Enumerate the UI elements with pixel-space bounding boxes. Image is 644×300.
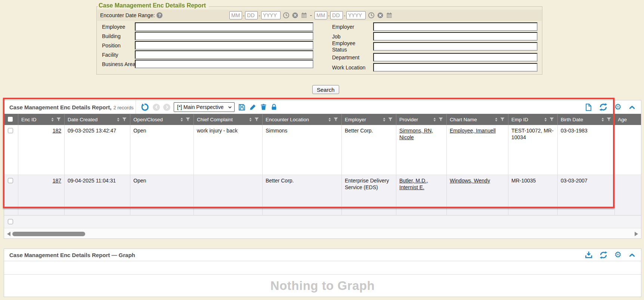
column-header-date-created[interactable]: Date Created	[65, 114, 130, 125]
filter-icon[interactable]	[388, 117, 393, 122]
column-header-encounter-location[interactable]: Encounter Location	[263, 114, 342, 125]
column-header-age[interactable]: Age	[615, 114, 641, 125]
date-range-row: Encounter Date Range: ? - -	[97, 10, 542, 21]
footer-checkbox[interactable]	[8, 219, 13, 224]
provider-link[interactable]: Butler, M.D., Internist E.	[399, 178, 428, 190]
page: Case Management Enc Details Report Encou…	[0, 0, 644, 300]
perspective-select[interactable]: [*] Main Perspective	[174, 102, 235, 112]
collapse-icon[interactable]	[628, 104, 636, 110]
column-header-provider[interactable]: Provider	[396, 114, 447, 125]
row-checkbox[interactable]	[8, 178, 13, 183]
sort-icon[interactable]	[432, 117, 437, 122]
refresh-icon[interactable]	[599, 103, 608, 112]
sort-icon[interactable]	[179, 117, 184, 122]
filter-icon[interactable]	[500, 117, 505, 122]
collapse-icon[interactable]	[628, 251, 636, 258]
scrollbar-thumb[interactable]	[12, 232, 85, 236]
scroll-left-icon[interactable]	[7, 232, 10, 236]
column-header-enc-id[interactable]: Enc ID	[18, 114, 65, 125]
row-checkbox[interactable]	[8, 128, 13, 133]
prev-page-icon[interactable]	[153, 104, 160, 111]
column-header-birth-date[interactable]: Birth Date	[558, 114, 615, 125]
work-location-field[interactable]	[373, 63, 538, 72]
clock-icon[interactable]	[368, 12, 375, 19]
date-range-end: - -	[315, 11, 393, 19]
column-header-chief-complaint[interactable]: Chief Complaint	[194, 114, 263, 125]
gear-icon[interactable]: ⚙	[614, 251, 622, 259]
sort-icon[interactable]	[327, 117, 332, 122]
sort-icon[interactable]	[382, 117, 387, 122]
start-month-input[interactable]	[229, 11, 242, 19]
enc-id-link[interactable]: 182	[53, 128, 61, 134]
gear-icon[interactable]: ⚙	[614, 103, 622, 111]
filter-icon[interactable]	[122, 117, 127, 122]
clear-icon[interactable]	[292, 12, 298, 19]
position-field[interactable]	[135, 41, 313, 50]
graph-title: Case Management Enc Details Report — Gra…	[9, 252, 135, 258]
cell-chief-complaint	[194, 175, 263, 215]
employee-status-field[interactable]	[373, 42, 538, 51]
cell-provider: Simmons, RN, Nicole	[396, 125, 447, 175]
sort-icon[interactable]	[494, 117, 499, 122]
cell-age	[615, 125, 641, 175]
toolbar-divider	[136, 100, 136, 114]
column-header-open-closed[interactable]: Open/Closed	[130, 114, 194, 125]
edit-icon[interactable]	[249, 103, 257, 111]
chart-name-link[interactable]: Windows, Wendy	[450, 178, 490, 184]
job-field[interactable]	[373, 32, 538, 41]
cell-chief-complaint: work injury - back	[194, 125, 263, 175]
help-icon[interactable]: ?	[157, 12, 162, 18]
scroll-right-icon[interactable]	[635, 232, 638, 236]
filter-icon[interactable]	[549, 117, 554, 122]
filter-icon[interactable]	[333, 117, 338, 122]
select-all-checkbox[interactable]	[8, 117, 13, 122]
employer-field[interactable]	[373, 22, 538, 31]
graph-body: Nothing to Graph	[4, 275, 641, 297]
date-range-inputs: - - - -	[229, 10, 393, 21]
facility-field[interactable]	[135, 50, 313, 59]
department-field[interactable]	[373, 53, 538, 62]
sort-icon[interactable]	[116, 117, 121, 122]
lock-icon[interactable]	[270, 103, 278, 111]
sort-icon[interactable]	[543, 117, 548, 122]
calendar-icon[interactable]	[386, 12, 393, 19]
filter-icon[interactable]	[56, 117, 61, 122]
column-header-emp-id[interactable]: Emp ID	[508, 114, 558, 125]
start-day-input[interactable]	[245, 11, 258, 19]
building-field[interactable]	[135, 32, 313, 40]
search-button[interactable]: Search	[312, 85, 339, 94]
work-location-label: Work Location	[332, 65, 365, 71]
end-year-input[interactable]	[346, 11, 366, 19]
column-header-employer[interactable]: Employer	[342, 114, 396, 125]
employee-field[interactable]	[135, 22, 313, 31]
new-document-icon[interactable]	[584, 103, 592, 112]
refresh-icon[interactable]	[599, 251, 608, 259]
filter-icon[interactable]	[254, 117, 259, 122]
clock-icon[interactable]	[283, 12, 290, 19]
save-perspective-icon[interactable]	[238, 103, 246, 111]
download-icon[interactable]	[585, 251, 593, 259]
next-page-icon[interactable]	[163, 104, 170, 111]
cell-encounter-location: Simmons	[263, 125, 342, 175]
end-day-input[interactable]	[330, 11, 343, 19]
business-area-field[interactable]	[135, 60, 313, 68]
end-month-input[interactable]	[315, 11, 327, 19]
column-header-chart-name[interactable]: Chart Name	[447, 114, 508, 125]
sort-icon[interactable]	[50, 117, 55, 122]
cell-birth-date: 03-03-1983	[558, 125, 615, 175]
clear-icon[interactable]	[377, 12, 384, 19]
filter-icon[interactable]	[606, 117, 612, 122]
table-row: 187 09-04-2025 11:04:31 Open Better Corp…	[4, 175, 641, 215]
delete-icon[interactable]	[260, 103, 267, 111]
undo-icon[interactable]	[140, 103, 149, 112]
filter-icon[interactable]	[185, 117, 191, 122]
sort-icon[interactable]	[600, 117, 605, 122]
calendar-icon[interactable]	[301, 12, 307, 19]
enc-id-link[interactable]: 187	[53, 178, 61, 184]
filter-icon[interactable]	[438, 117, 443, 122]
chart-name-link[interactable]: Employee, Imanuell	[450, 128, 496, 134]
sort-icon[interactable]	[248, 117, 253, 122]
provider-link[interactable]: Simmons, RN, Nicole	[399, 128, 433, 140]
horizontal-scrollbar[interactable]	[4, 228, 641, 239]
start-year-input[interactable]	[261, 11, 281, 19]
